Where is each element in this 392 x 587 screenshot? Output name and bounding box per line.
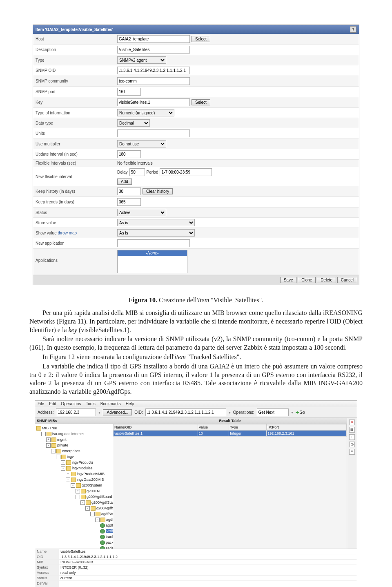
label-update-interval: Update interval (in sec) xyxy=(36,152,117,156)
label-key: Key xyxy=(36,100,117,105)
oid-label: OID: xyxy=(134,410,143,415)
type-info-select[interactable]: Numeric (unsigned) xyxy=(117,109,174,116)
period-label: Period xyxy=(147,170,158,174)
label-snmp-oid: SNMP OID xyxy=(36,68,117,73)
mib-browser-window: File Edit Operations Tools Bookmarks Hel… xyxy=(35,400,357,587)
form-title: Item 'GAIA2_template:Visible_Satellites' xyxy=(36,27,113,32)
operations-label: Operations: xyxy=(233,410,254,415)
figure-10-caption: Figura 10. Creazione dell'item "Visible_… xyxy=(0,297,392,304)
form-header: Item 'GAIA2_template:Visible_Satellites'… xyxy=(33,25,359,34)
label-snmp-port: SNMP port xyxy=(36,89,117,94)
form-button-bar: Save Clone Delete Cancel xyxy=(33,275,359,285)
address-label: Address: xyxy=(38,410,53,415)
keep-history-input[interactable] xyxy=(117,187,141,195)
snmp-community-input[interactable] xyxy=(117,77,190,85)
go-button[interactable]: ➔Go xyxy=(296,410,305,415)
label-description: Description xyxy=(36,47,117,52)
menu-bookmarks[interactable]: Bookmarks xyxy=(100,402,121,406)
type-select[interactable]: SNMPv2 agent xyxy=(117,56,166,64)
clear-history-button[interactable]: Clear history xyxy=(143,188,173,194)
help-icon[interactable]: ? xyxy=(350,26,356,33)
tree-header: SNMP MIBs xyxy=(35,418,113,424)
clock-icon[interactable]: ◷ xyxy=(349,442,355,447)
doc-icon[interactable]: ◻ xyxy=(349,434,355,440)
mib-tree-pane[interactable]: SNMP MIBs MIB Tree -iso.org.dod.internet… xyxy=(35,418,113,549)
units-input[interactable] xyxy=(117,129,190,137)
tree-selected-item: visibleSatellites xyxy=(106,529,113,533)
zabbix-item-form: Item 'GAIA2_template:Visible_Satellites'… xyxy=(33,25,359,285)
detail-pane: NamevisibleSatellites OID.1.3.6.1.4.1.21… xyxy=(35,549,357,587)
applications-listbox[interactable]: -None- xyxy=(117,250,187,273)
add-button[interactable]: Add xyxy=(117,179,132,185)
store-value-select[interactable]: As is xyxy=(117,219,195,226)
period-input[interactable] xyxy=(160,168,212,176)
host-input[interactable] xyxy=(117,35,190,43)
label-flexible-intervals: Flexible intervals (sec) xyxy=(36,161,117,165)
result-table: Name/OIDValueTypeIP:Port visibleSatellit… xyxy=(113,424,347,437)
multiplier-select[interactable]: Do not use xyxy=(117,140,166,147)
snmp-port-input[interactable] xyxy=(117,88,141,96)
address-input[interactable] xyxy=(56,408,96,416)
clone-button[interactable]: Clone xyxy=(298,277,316,283)
label-show-value: Show value throw map xyxy=(36,231,117,235)
go-arrow-icon: ➔ xyxy=(296,410,299,415)
key-input[interactable] xyxy=(117,98,190,106)
data-type-select[interactable]: Decimal xyxy=(117,119,150,127)
label-store-value: Store value xyxy=(36,221,117,225)
delete-icon[interactable]: ✕ xyxy=(349,420,355,425)
side-toolbar: ✕ ▦ ◻ ◷ ≡ xyxy=(347,418,357,549)
label-keep-history: Keep history (in days) xyxy=(36,189,117,194)
menu-file[interactable]: File xyxy=(38,402,44,406)
mib-menubar: File Edit Operations Tools Bookmarks Hel… xyxy=(35,401,357,407)
label-data-type: Data type xyxy=(36,121,117,125)
label-host: Host xyxy=(36,37,117,41)
result-table-header: Result Table xyxy=(113,418,347,424)
label-type: Type xyxy=(36,58,117,62)
label-units: Units xyxy=(36,131,117,136)
operations-select[interactable] xyxy=(257,408,289,416)
key-select-button[interactable]: Select xyxy=(192,99,210,105)
delay-label: Delay xyxy=(117,170,128,174)
snmp-oid-input[interactable] xyxy=(117,67,190,74)
advanced-button[interactable]: Advanced... xyxy=(103,409,132,415)
cancel-button[interactable]: Cancel xyxy=(337,277,357,283)
update-interval-input[interactable] xyxy=(117,150,141,158)
menu-help[interactable]: Help xyxy=(126,402,134,406)
menu-operations[interactable]: Operations xyxy=(61,402,81,406)
label-type-info: Type of information xyxy=(36,111,117,115)
chart-icon[interactable]: ▦ xyxy=(349,427,355,433)
label-new-flexible: New flexible interval xyxy=(36,174,117,179)
label-new-application: New application xyxy=(36,241,117,246)
delay-input[interactable] xyxy=(129,168,145,176)
host-select-button[interactable]: Select xyxy=(192,36,210,42)
list-icon[interactable]: ≡ xyxy=(349,449,355,455)
label-applications: Applications xyxy=(36,250,117,263)
label-multiplier: Use multiplier xyxy=(36,142,117,146)
throw-map-link[interactable]: throw map xyxy=(58,231,77,235)
menu-tools[interactable]: Tools xyxy=(86,402,95,406)
label-status: Status xyxy=(36,210,117,215)
status-select[interactable]: Active xyxy=(117,209,166,216)
mib-toolbar: Address: ▾ Advanced... OID: ▾ Operations… xyxy=(35,407,357,418)
body-paragraphs: Per una più rapida analisi della MIB si … xyxy=(0,309,392,396)
oid-input[interactable] xyxy=(145,408,226,416)
flexible-intervals-value: No flexible intervals xyxy=(117,161,153,165)
description-input[interactable] xyxy=(117,46,190,54)
new-application-input[interactable] xyxy=(117,239,190,247)
folder-icon xyxy=(36,426,41,431)
delete-button[interactable]: Delete xyxy=(317,277,336,283)
label-keep-trends: Keep trends (in days) xyxy=(36,200,117,204)
label-snmp-community: SNMP community xyxy=(36,79,117,83)
menu-edit[interactable]: Edit xyxy=(49,402,56,406)
keep-trends-input[interactable] xyxy=(117,198,141,206)
result-row[interactable]: visibleSatellites.110Integer192.168.2.3:… xyxy=(114,430,347,436)
show-value-select[interactable]: As is xyxy=(117,229,195,237)
save-button[interactable]: Save xyxy=(280,277,297,283)
